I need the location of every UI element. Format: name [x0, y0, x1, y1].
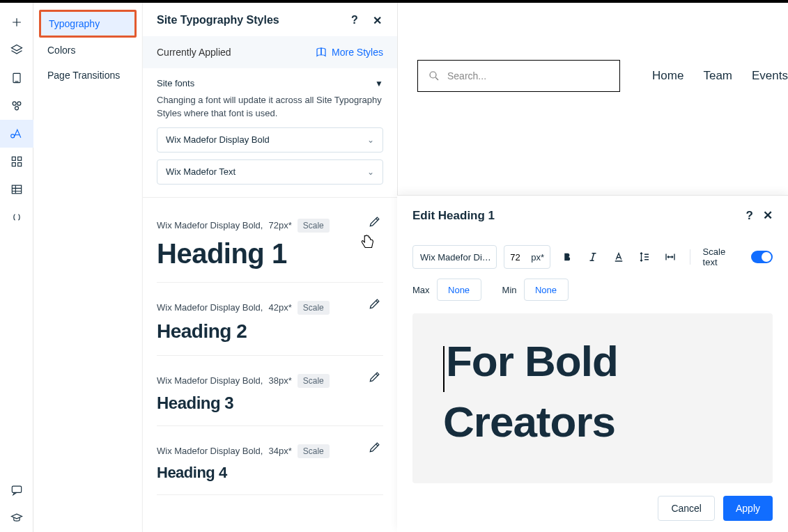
- page-icon[interactable]: [0, 64, 33, 92]
- components-icon[interactable]: [0, 92, 33, 120]
- help-icon[interactable]: ?: [348, 14, 361, 26]
- svg-rect-5: [12, 157, 15, 160]
- min-input[interactable]: None: [524, 279, 569, 301]
- more-styles-link[interactable]: More Styles: [315, 46, 383, 58]
- style-item-heading-3[interactable]: Wix Madefor Display Bold, 38px* Scale He…: [157, 356, 383, 426]
- close-icon[interactable]: ✕: [763, 208, 773, 223]
- edit-panel-header: Edit Heading 1 ? ✕: [397, 196, 788, 235]
- apply-button[interactable]: Apply: [723, 496, 773, 521]
- svg-rect-8: [17, 163, 21, 166]
- cancel-button[interactable]: Cancel: [658, 496, 715, 521]
- scale-badge: Scale: [298, 219, 330, 233]
- currently-applied-label: Currently Applied: [157, 47, 231, 58]
- design-item-typography[interactable]: Typography: [39, 10, 137, 38]
- site-fonts-collapse-caret[interactable]: ▼: [375, 79, 383, 88]
- font-size-input[interactable]: px*: [504, 245, 550, 269]
- nav-link-team[interactable]: Team: [703, 69, 732, 83]
- search-placeholder: Search...: [447, 70, 486, 81]
- bold-icon[interactable]: [557, 247, 576, 267]
- style-preview-text: Heading 1: [157, 238, 383, 269]
- search-icon: [428, 70, 440, 82]
- close-icon[interactable]: ✕: [371, 14, 383, 26]
- site-nav: Search... Home Team Events: [417, 58, 788, 93]
- svg-point-11: [430, 72, 436, 78]
- edit-pencil-icon[interactable]: [368, 370, 383, 385]
- nav-link-home[interactable]: Home: [652, 69, 683, 83]
- scale-badge: Scale: [298, 374, 330, 388]
- style-item-heading-2[interactable]: Wix Madefor Display Bold, 42px* Scale He…: [157, 283, 383, 356]
- letter-spacing-icon[interactable]: [661, 247, 680, 267]
- svg-point-4: [10, 134, 14, 138]
- svg-rect-7: [12, 163, 15, 166]
- hand-cursor-pointer-icon: [357, 231, 378, 252]
- svg-rect-12: [615, 260, 623, 262]
- font-select-body[interactable]: Wix Madefor Text ⌄: [157, 159, 383, 185]
- apps-icon[interactable]: [0, 148, 33, 175]
- site-fonts-section: Site fonts ▼ Changing a font will update…: [143, 68, 397, 198]
- min-max-row: Max None Min None: [397, 279, 788, 313]
- comments-icon[interactable]: [0, 476, 33, 504]
- style-font: Wix Madefor Display Bold,: [157, 446, 263, 456]
- style-item-heading-4[interactable]: Wix Madefor Display Bold, 34px* Scale He…: [157, 426, 383, 495]
- style-size: 42px*: [268, 302, 291, 313]
- scale-badge: Scale: [298, 444, 330, 458]
- preview-heading-text[interactable]: For Bold Creators: [443, 331, 742, 453]
- design-item-page-transitions[interactable]: Page Transitions: [39, 63, 137, 88]
- style-item-heading-1[interactable]: Wix Madefor Display Bold, 72px* Scale He…: [157, 201, 383, 283]
- chevron-down-icon: ⌄: [367, 167, 374, 177]
- svg-point-2: [17, 102, 20, 105]
- scale-text-toggle[interactable]: [751, 251, 773, 263]
- panel-header: Site Typography Styles ? ✕: [143, 3, 397, 36]
- font-family-value: Wix Madefor Di…: [420, 252, 491, 263]
- more-styles-label: More Styles: [332, 47, 383, 58]
- preview-heading-value: For Bold Creators: [443, 337, 618, 446]
- add-icon[interactable]: [0, 8, 33, 36]
- text-preview: For Bold Creators: [412, 313, 773, 483]
- style-size: 72px*: [268, 220, 291, 230]
- site-fonts-description: Changing a font will update it across al…: [157, 94, 383, 120]
- site-fonts-label: Site fonts: [157, 78, 194, 88]
- font-family-select[interactable]: Wix Madefor Di… ⌄: [412, 245, 497, 269]
- help-icon[interactable]: ?: [746, 209, 753, 223]
- font-select-heading[interactable]: Wix Madefor Display Bold ⌄: [157, 127, 383, 152]
- max-input[interactable]: None: [437, 279, 481, 301]
- learn-icon[interactable]: [0, 504, 33, 532]
- font-select-body-value: Wix Madefor Text: [166, 166, 235, 177]
- style-preview-text: Heading 3: [157, 393, 383, 413]
- max-label: Max: [412, 285, 430, 295]
- edit-footer: Cancel Apply: [397, 483, 788, 532]
- design-item-colors[interactable]: Colors: [39, 38, 137, 63]
- theme-icon[interactable]: [0, 120, 33, 148]
- design-menu: Typography Colors Page Transitions: [33, 3, 142, 532]
- svg-point-3: [15, 107, 18, 110]
- text-color-icon[interactable]: [609, 247, 628, 267]
- edit-heading-panel: Edit Heading 1 ? ✕ Wix Madefor Di… ⌄ px*: [397, 195, 788, 532]
- nav-link-events[interactable]: Events: [752, 69, 788, 83]
- edit-panel-title: Edit Heading 1: [412, 209, 495, 223]
- style-preview-text: Heading 2: [157, 320, 383, 343]
- line-height-icon[interactable]: [635, 247, 654, 267]
- scale-text-label: Scale text: [703, 247, 739, 267]
- style-size: 34px*: [268, 446, 291, 456]
- data-icon[interactable]: [0, 175, 33, 203]
- style-font: Wix Madefor Display Bold,: [157, 302, 263, 313]
- edit-pencil-icon[interactable]: [368, 440, 383, 455]
- edit-toolbar: Wix Madefor Di… ⌄ px* Scale text: [397, 235, 788, 279]
- svg-rect-9: [12, 185, 21, 194]
- font-size-unit: px*: [531, 252, 544, 263]
- edit-pencil-icon[interactable]: [368, 297, 383, 312]
- svg-rect-6: [17, 157, 21, 160]
- text-caret: [443, 346, 445, 392]
- style-font: Wix Madefor Display Bold,: [157, 220, 263, 230]
- layers-icon[interactable]: [0, 36, 33, 64]
- currently-applied-row: Currently Applied More Styles: [143, 36, 397, 68]
- code-icon[interactable]: [0, 203, 33, 231]
- search-input[interactable]: Search...: [417, 60, 620, 92]
- style-list[interactable]: Wix Madefor Display Bold, 72px* Scale He…: [143, 198, 397, 532]
- font-size-value[interactable]: [510, 252, 528, 263]
- edit-pencil-icon[interactable]: [368, 214, 383, 230]
- svg-point-1: [13, 102, 16, 105]
- italic-icon[interactable]: [583, 247, 602, 267]
- svg-rect-10: [12, 486, 21, 492]
- min-label: Min: [502, 285, 517, 295]
